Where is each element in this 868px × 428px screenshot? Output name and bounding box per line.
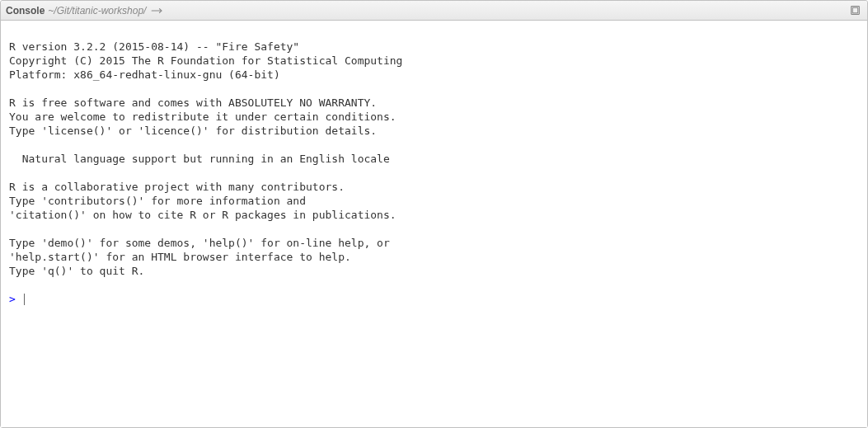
console-working-dir[interactable]: ~/Git/titanic-workshop/ — [48, 5, 149, 16]
console-line: Type 'q()' to quit R. — [9, 264, 859, 278]
console-line — [9, 222, 859, 236]
console-line — [9, 138, 859, 152]
console-line: 'help.start()' for an HTML browser inter… — [9, 250, 859, 264]
console-line — [9, 278, 859, 292]
console-line: You are welcome to redistribute it under… — [9, 110, 859, 124]
console-line: Copyright (C) 2015 The R Foundation for … — [9, 54, 859, 68]
console-line: R version 3.2.2 (2015-08-14) -- "Fire Sa… — [9, 40, 859, 54]
console-toolbar: Console ~/Git/titanic-workshop/ — [1, 1, 867, 21]
console-line: Natural language support but running in … — [9, 152, 859, 166]
console-line — [9, 26, 859, 40]
cursor-icon — [24, 294, 25, 305]
console-line: Type 'license()' or 'licence()' for dist… — [9, 124, 859, 138]
svg-rect-1 — [852, 7, 858, 13]
console-output[interactable]: R version 3.2.2 (2015-08-14) -- "Fire Sa… — [1, 21, 867, 427]
console-line: R is a collaborative project with many c… — [9, 180, 859, 194]
console-pane: Console ~/Git/titanic-workshop/ R versio… — [0, 0, 868, 428]
console-prompt: > — [9, 293, 22, 305]
console-prompt-line[interactable]: > — [9, 292, 859, 306]
console-title: Console — [6, 5, 48, 16]
console-line — [9, 82, 859, 96]
console-line: 'citation()' on how to cite R or R packa… — [9, 208, 859, 222]
console-line — [9, 166, 859, 180]
view-dir-icon[interactable] — [149, 3, 164, 18]
console-line: Type 'demo()' for some demos, 'help()' f… — [9, 236, 859, 250]
console-line: R is free software and comes with ABSOLU… — [9, 96, 859, 110]
maximize-icon[interactable] — [847, 3, 862, 18]
console-line: Platform: x86_64-redhat-linux-gnu (64-bi… — [9, 68, 859, 82]
console-line: Type 'contributors()' for more informati… — [9, 194, 859, 208]
